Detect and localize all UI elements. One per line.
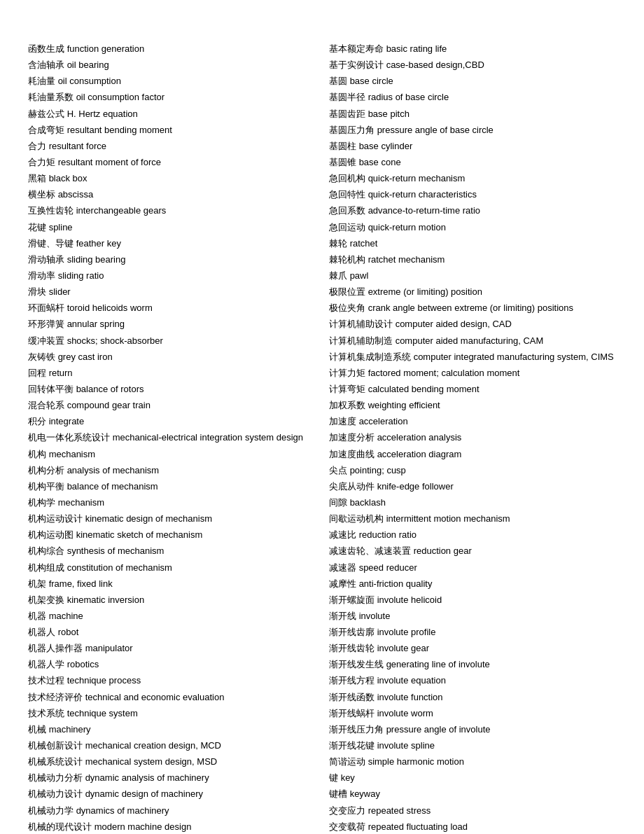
list-item: 机械动力分析 dynamic analysis of machinery — [28, 771, 315, 785]
list-item: 极位夹角 crank angle between extreme (or lim… — [329, 301, 616, 315]
list-item: 含油轴承 oil bearing — [28, 58, 315, 72]
list-item: 互换性齿轮 interchangeable gears — [28, 204, 315, 218]
list-item: 键槽 keyway — [329, 787, 616, 801]
list-item: 棘爪 pawl — [329, 269, 616, 283]
list-item: 计算弯矩 calculated bending moment — [329, 382, 616, 396]
list-item: 交变应力 repeated stress — [329, 804, 616, 818]
list-item: 横坐标 abscissa — [28, 188, 315, 202]
list-item: 机电一体化系统设计 mechanical-electrical integrat… — [28, 431, 315, 445]
list-item: 加权系数 weighting efficient — [329, 398, 616, 412]
list-item: 机构 mechanism — [28, 447, 315, 461]
main-content: 函数生成 function generation含油轴承 oil bearing… — [28, 42, 616, 834]
list-item: 键 key — [329, 771, 616, 785]
list-item: 加速度曲线 acceleration diagram — [329, 447, 616, 461]
list-item: 交变载荷 repeated fluctuating load — [329, 820, 616, 834]
list-item: 环面蜗杆 toroid helicoids worm — [28, 301, 315, 315]
list-item: 滑动率 sliding ratio — [28, 269, 315, 283]
list-item: 棘轮机构 ratchet mechanism — [329, 253, 616, 267]
list-item: 回转体平衡 balance of rotors — [28, 382, 315, 396]
list-item: 机器人操作器 manipulator — [28, 641, 315, 655]
list-item: 减摩性 anti-friction quality — [329, 577, 616, 591]
list-item: 滑键、导键 feather key — [28, 237, 315, 251]
list-item: 渐开螺旋面 involute helicoid — [329, 593, 616, 607]
list-item: 机械动力学 dynamics of machinery — [28, 804, 315, 818]
list-item: 急回机构 quick-return mechanism — [329, 172, 616, 186]
list-item: 环形弹簧 annular spring — [28, 317, 315, 331]
list-item: 急回系数 advance-to-return-time ratio — [329, 204, 616, 218]
list-item: 基圆锥 base cone — [329, 155, 616, 169]
list-item: 机器人 robot — [28, 625, 315, 639]
list-item: 减速比 reduction ratio — [329, 528, 616, 542]
list-item: 尖点 pointing; cusp — [329, 464, 616, 478]
list-item: 极限位置 extreme (or limiting) position — [329, 285, 616, 299]
left-column: 函数生成 function generation含油轴承 oil bearing… — [28, 42, 315, 834]
list-item: 耗油量 oil consumption — [28, 74, 315, 88]
list-item: 机器人学 robotics — [28, 658, 315, 672]
list-item: 合力矩 resultant moment of force — [28, 155, 315, 169]
list-item: 渐开线齿廓 involute profile — [329, 625, 616, 639]
list-item: 渐开线压力角 pressure angle of involute — [329, 723, 616, 737]
list-item: 间歇运动机构 intermittent motion mechanism — [329, 512, 616, 526]
list-item: 机构运动设计 kinematic design of mechanism — [28, 512, 315, 526]
list-item: 赫兹公式 H. Hertz equation — [28, 107, 315, 121]
list-item: 机架 frame, fixed link — [28, 577, 315, 591]
list-item: 基于实例设计 case-based design,CBD — [329, 58, 616, 72]
list-item: 急回运动 quick-return motion — [329, 221, 616, 235]
list-item: 渐开线 involute — [329, 609, 616, 623]
list-item: 基圆柱 base cylinder — [329, 139, 616, 153]
list-item: 基本额定寿命 basic rating life — [329, 42, 616, 56]
list-item: 技术经济评价 technical and economic evaluation — [28, 690, 315, 704]
list-item: 尖底从动件 knife-edge follower — [329, 480, 616, 494]
list-item: 技术系统 technique system — [28, 707, 315, 721]
list-item: 急回特性 quick-return characteristics — [329, 188, 616, 202]
list-item: 机架变换 kinematic inversion — [28, 593, 315, 607]
list-item: 函数生成 function generation — [28, 42, 315, 56]
list-item: 机械的现代设计 modern machine design — [28, 820, 315, 834]
list-item: 黑箱 black box — [28, 172, 315, 186]
list-item: 滑块 slider — [28, 285, 315, 299]
list-item: 计算力矩 factored moment; calculation moment — [329, 366, 616, 380]
list-item: 渐开线齿轮 involute gear — [329, 641, 616, 655]
list-item: 机构组成 constitution of mechanism — [28, 561, 315, 575]
list-item: 混合轮系 compound gear train — [28, 398, 315, 412]
list-item: 渐开线发生线 generating line of involute — [329, 658, 616, 672]
list-item: 加速度 acceleration — [329, 415, 616, 429]
list-item: 渐开线函数 involute function — [329, 690, 616, 704]
list-item: 耗油量系数 oil consumption factor — [28, 90, 315, 104]
list-item: 渐开线花键 involute spline — [329, 739, 616, 753]
right-column: 基本额定寿命 basic rating life基于实例设计 case-base… — [329, 42, 616, 834]
list-item: 积分 integrate — [28, 415, 315, 429]
list-item: 简谐运动 simple harmonic motion — [329, 755, 616, 769]
list-item: 技术过程 technique process — [28, 674, 315, 688]
list-item: 计算机辅助设计 computer aided design, CAD — [329, 317, 616, 331]
list-item: 缓冲装置 shocks; shock-absorber — [28, 334, 315, 348]
list-item: 基圆半径 radius of base circle — [329, 90, 616, 104]
list-item: 棘轮 ratchet — [329, 237, 616, 251]
list-item: 花键 spline — [28, 221, 315, 235]
list-item: 合成弯矩 resultant bending moment — [28, 123, 315, 137]
list-item: 灰铸铁 grey cast iron — [28, 350, 315, 364]
list-item: 机械动力设计 dynamic design of machinery — [28, 787, 315, 801]
list-item: 机构学 mechanism — [28, 496, 315, 510]
list-item: 减速齿轮、减速装置 reduction gear — [329, 544, 616, 558]
list-item: 机械创新设计 mechanical creation design, MCD — [28, 739, 315, 753]
list-item: 加速度分析 acceleration analysis — [329, 431, 616, 445]
list-item: 间隙 backlash — [329, 496, 616, 510]
list-item: 机器 machine — [28, 609, 315, 623]
list-item: 渐开线方程 involute equation — [329, 674, 616, 688]
list-item: 机械 machinery — [28, 723, 315, 737]
list-item: 基圆齿距 base pitch — [329, 107, 616, 121]
list-item: 基圆 base circle — [329, 74, 616, 88]
list-item: 减速器 speed reducer — [329, 561, 616, 575]
list-item: 机械系统设计 mechanical system design, MSD — [28, 755, 315, 769]
list-item: 机构平衡 balance of mechanism — [28, 480, 315, 494]
list-item: 计算机辅助制造 computer aided manufacturing, CA… — [329, 334, 616, 348]
list-item: 计算机集成制造系统 computer integrated manufactur… — [329, 350, 616, 364]
list-item: 机构综合 synthesis of mechanism — [28, 544, 315, 558]
list-item: 渐开线蜗杆 involute worm — [329, 707, 616, 721]
list-item: 基圆压力角 pressure angle of base circle — [329, 123, 616, 137]
list-item: 合力 resultant force — [28, 139, 315, 153]
list-item: 回程 return — [28, 366, 315, 380]
list-item: 机构分析 analysis of mechanism — [28, 464, 315, 478]
list-item: 机构运动图 kinematic sketch of mechanism — [28, 528, 315, 542]
